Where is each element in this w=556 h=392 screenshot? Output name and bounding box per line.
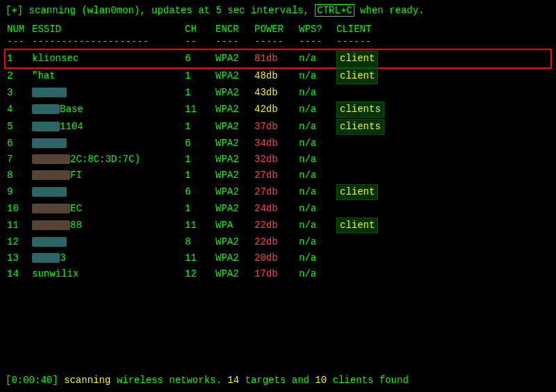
cell-power: 22db (254, 235, 299, 250)
bottom-clients-num: 10 (315, 375, 327, 386)
cell-encr: WPA (215, 218, 254, 233)
cell-encr: WPA2 (215, 69, 254, 83)
table-row: 1klionsec6WPA281dbn/aclient (6, 50, 550, 67)
cell-encr: WPA2 (215, 136, 254, 151)
cell-power: 24db (254, 202, 299, 216)
cell-ch: 6 (185, 51, 215, 66)
cell-encr: WPA2 (215, 51, 254, 66)
table-divider: --- -------------------- -- ---- ----- -… (6, 36, 550, 47)
cell-power: 32db (254, 152, 299, 167)
table-row: 11XXXXXX8811WPA22dbn/aclient (6, 217, 550, 234)
cell-client: clients (336, 101, 406, 117)
cell-wps: n/a (299, 218, 336, 233)
cell-wps: n/a (299, 251, 336, 266)
cell-power: 34db (254, 136, 299, 151)
cell-ch: 8 (185, 235, 215, 250)
cell-encr: WPA2 (215, 202, 254, 216)
table-row: 14sunwilix12WPA217dbn/a (6, 266, 550, 282)
cell-power: 27db (254, 168, 299, 183)
cell-encr: WPA2 (215, 168, 254, 183)
cell-num: 7 (7, 152, 32, 167)
table-row: 6XXXXX6WPA234dbn/a (6, 136, 550, 152)
cell-power: 43db (254, 85, 299, 100)
cell-wps: n/a (299, 202, 336, 216)
cell-wps: n/a (299, 136, 336, 151)
cell-num: 8 (7, 168, 32, 183)
cell-wps: n/a (299, 51, 336, 66)
cell-essid: XXXXXX2C:8C:3D:7C) (32, 152, 185, 167)
cell-essid: sunwilix (32, 267, 185, 281)
network-table: NUM ESSID CH ENCR POWER WPS? CLIENT --- … (6, 24, 550, 369)
cell-client: client (336, 218, 406, 234)
col-header-wps: WPS? (299, 24, 336, 35)
ctrl-c-label: CTRL+C (315, 4, 354, 17)
cell-essid: XXXXXXFI (32, 168, 185, 183)
cell-encr: WPA2 (215, 251, 254, 266)
cell-client: client (336, 68, 406, 84)
cell-ch: 1 (185, 168, 215, 183)
cell-wps: n/a (299, 69, 336, 83)
cell-client: client (336, 51, 406, 67)
cell-essid: XXX1104 (32, 120, 185, 134)
cell-essid: XXXXXXEC (32, 202, 185, 216)
table-body: 1klionsec6WPA281dbn/aclient2"hat1WPA248d… (6, 50, 550, 282)
cell-ch: 11 (185, 102, 215, 117)
col-header-essid: ESSID (32, 24, 185, 35)
cell-essid: XXXXX (32, 235, 185, 250)
cell-wps: n/a (299, 235, 336, 250)
cell-wps: n/a (299, 168, 336, 183)
cell-wps: n/a (299, 85, 336, 100)
col-header-ch: CH (185, 24, 215, 35)
cell-ch: 1 (185, 202, 215, 216)
cell-power: 22db (254, 218, 299, 233)
bottom-prefix: [0:00:40] (6, 375, 58, 386)
cell-ch: 11 (185, 251, 215, 266)
cell-num: 5 (7, 120, 32, 134)
cell-power: 37db (254, 120, 299, 134)
bottom-clients-label: clients found (333, 375, 409, 386)
table-row: 9XXXXX6WPA227dbn/aclient (6, 183, 550, 201)
cell-ch: 1 (185, 69, 215, 83)
cell-ch: 6 (185, 136, 215, 151)
col-header-client: CLIENT (336, 24, 406, 35)
divider-power: ----- (254, 36, 299, 47)
col-header-num: NUM (7, 24, 32, 35)
cell-essid: XXXBase (32, 102, 185, 117)
cell-client: client (336, 184, 406, 200)
cell-encr: WPA2 (215, 185, 254, 199)
table-row: 12XXXXX8WPA222dbn/a (6, 234, 550, 250)
cell-essid: XXX3 (32, 251, 185, 266)
table-row: 7XXXXXX2C:8C:3D:7C)1WPA232dbn/a (6, 152, 550, 168)
bottom-scanning-label: scanning (64, 375, 111, 386)
divider-wps: ---- (299, 36, 336, 47)
divider-client: ------ (336, 36, 406, 47)
cell-encr: WPA2 (215, 102, 254, 117)
top-bar-prefix: [+] scanning (wlan0mon), updates at 5 se… (6, 5, 309, 16)
bottom-bar: [0:00:40] scanning wireless networks. 14… (6, 373, 550, 388)
cell-num: 13 (7, 251, 32, 266)
cell-encr: WPA2 (215, 267, 254, 281)
cell-wps: n/a (299, 185, 336, 199)
cell-num: 10 (7, 202, 32, 216)
divider-essid: -------------------- (32, 36, 185, 47)
terminal: [+] scanning (wlan0mon), updates at 5 se… (0, 0, 556, 392)
cell-num: 2 (7, 69, 32, 83)
bottom-networks-text: wireless networks. (117, 375, 222, 386)
cell-ch: 12 (185, 267, 215, 281)
cell-essid: XXXXX (32, 85, 185, 100)
table-row: 4XXXBase11WPA242dbn/aclients (6, 101, 550, 118)
cell-num: 3 (7, 85, 32, 100)
col-header-power: POWER (254, 24, 299, 35)
when-ready-label: when ready. (360, 5, 424, 16)
cell-wps: n/a (299, 267, 336, 281)
cell-power: 48db (254, 69, 299, 83)
cell-client: clients (336, 119, 406, 135)
cell-wps: n/a (299, 152, 336, 167)
cell-num: 9 (7, 185, 32, 199)
cell-ch: 1 (185, 152, 215, 167)
cell-power: 42db (254, 102, 299, 117)
top-bar: [+] scanning (wlan0mon), updates at 5 se… (6, 4, 550, 18)
cell-power: 27db (254, 185, 299, 199)
cell-encr: WPA2 (215, 120, 254, 134)
cell-num: 6 (7, 136, 32, 151)
